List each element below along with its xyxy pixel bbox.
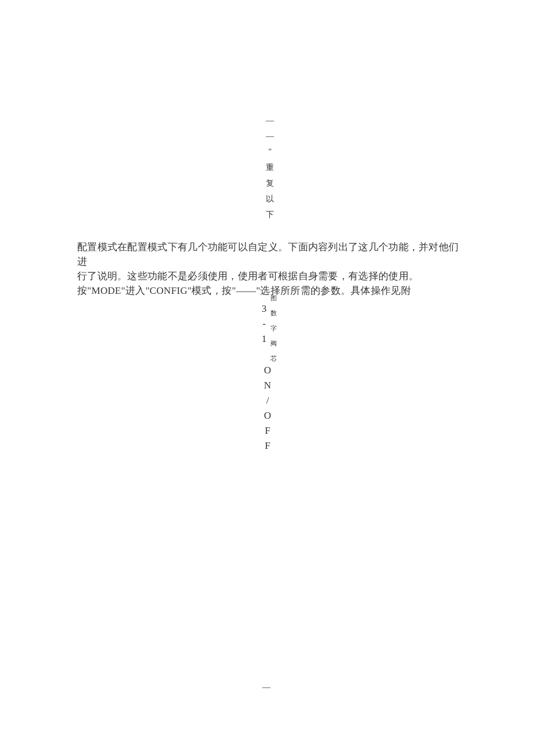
v2-right-char: 阀 (270, 336, 277, 351)
v1-char: 以 (266, 191, 274, 207)
v2-right-char: 字 (270, 321, 277, 336)
v2-left-char: 1 (260, 332, 268, 347)
v1-char: 重 (266, 160, 274, 175)
v2-center-char: O (261, 408, 274, 423)
para-line-1: 配置模式在配置模式下有几个功能可以自定义。下面内容列出了这几个功能，并对他们进 (77, 240, 460, 269)
v2-right-char: 数 (270, 305, 277, 321)
v2-center-char: O (261, 363, 274, 378)
vertical-text-block-1: — — " 重 复 以 下 (265, 113, 275, 222)
v2-left-char: - (260, 316, 268, 332)
v1-char: 复 (266, 175, 274, 191)
v1-char: 下 (266, 207, 274, 222)
v2-center-char: F (261, 438, 274, 453)
v2-right-column: 图 数 字 阀 芯 (270, 290, 277, 366)
v2-center-char: N (261, 378, 274, 393)
v1-char: — (266, 128, 274, 144)
v2-left-column: 3 - 1 (260, 301, 268, 347)
v2-center-char: F (261, 423, 274, 438)
footer-dash: — (262, 683, 270, 692)
v2-center-column: O N / O F F (261, 363, 274, 453)
v1-char: — (266, 113, 274, 128)
v1-char: " (268, 144, 272, 160)
vertical-text-block-2: 3 - 1 图 数 字 阀 芯 O N / O F F (260, 287, 277, 456)
v2-left-char: 3 (260, 301, 268, 316)
v2-center-char: / (261, 393, 274, 408)
v2-right-char: 图 (270, 290, 277, 305)
para-line-2: 行了说明。这些功能不是必须使用，使用者可根据自身需要，有选择的使用。 (77, 269, 460, 283)
